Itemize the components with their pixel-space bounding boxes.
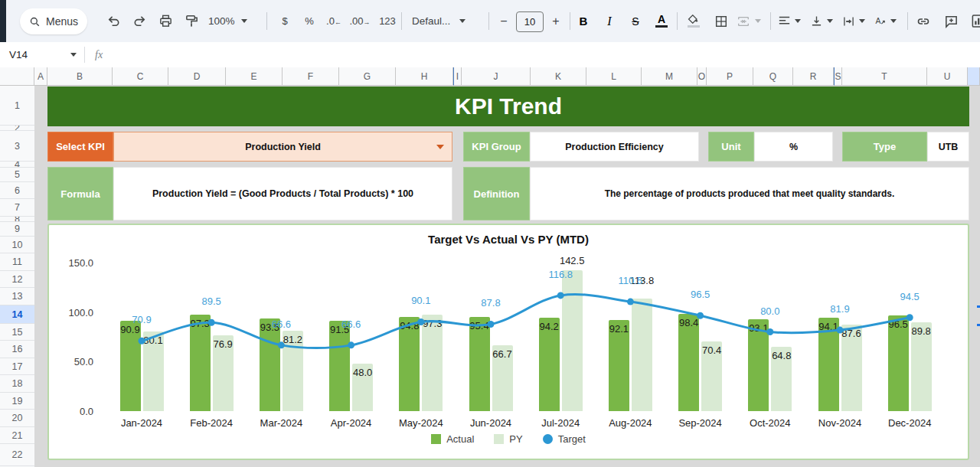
row-header-18[interactable]: 18	[0, 375, 34, 393]
column-header-D[interactable]: D	[168, 67, 226, 86]
column-header-K[interactable]: K	[531, 67, 586, 86]
undo-button[interactable]	[103, 0, 124, 42]
definition-value[interactable]: The percentage of products produced that…	[530, 167, 969, 220]
strikethrough-button[interactable]: S	[625, 0, 646, 42]
formula-bar[interactable]	[0, 42, 980, 68]
row-header-11[interactable]: 11	[0, 253, 34, 271]
unit-label[interactable]: Unit	[708, 132, 754, 162]
select-kpi-label[interactable]: Select KPI	[47, 132, 113, 162]
row-header-15[interactable]: 15	[0, 324, 34, 341]
column-header-R[interactable]: R	[793, 67, 834, 86]
row-header-8[interactable]: 8	[0, 217, 34, 222]
format-currency-button[interactable]: $	[274, 0, 296, 42]
formula-label[interactable]: Formula	[47, 167, 113, 220]
column-header-G[interactable]: G	[339, 67, 396, 86]
column-header-J[interactable]: J	[462, 67, 531, 86]
print-button[interactable]	[155, 0, 176, 42]
row-header-7[interactable]: 7	[0, 199, 34, 217]
row-header-12[interactable]: 12	[0, 271, 34, 288]
font-selector[interactable]: Defaul...	[412, 0, 466, 42]
column-header-P[interactable]: P	[707, 67, 753, 86]
column-header-Q[interactable]: Q	[753, 67, 793, 86]
row-header-1[interactable]: 1	[0, 86, 34, 126]
formula-value[interactable]: Production Yield = (Good Products / Tota…	[113, 167, 452, 220]
column-header-I[interactable]: I	[453, 67, 462, 86]
name-box-caret-icon[interactable]	[70, 53, 77, 57]
row-header-22[interactable]: 22	[0, 444, 34, 466]
kpi-trend-chart[interactable]: Target Vs Actual Vs PY (MTD) 150.0100.05…	[47, 224, 969, 460]
insert-chart-button[interactable]	[968, 0, 980, 42]
column-header-H[interactable]: H	[396, 67, 453, 86]
merge-cells-button[interactable]	[737, 0, 761, 42]
row-header-3[interactable]: 3	[0, 131, 34, 162]
paint-format-button[interactable]	[181, 0, 202, 42]
row-header-21[interactable]: 21	[0, 427, 34, 444]
decrease-decimal-button[interactable]: .0←	[323, 0, 345, 42]
fill-color-button[interactable]	[683, 0, 704, 42]
column-header-L[interactable]: L	[586, 67, 642, 86]
sheet-canvas[interactable]: KPI Trend Select KPI Production Yield KP…	[34, 86, 980, 467]
column-header-A[interactable]: A	[34, 67, 47, 86]
grid-corner[interactable]	[0, 67, 34, 86]
column-header-S[interactable]: S	[834, 67, 842, 86]
insert-link-button[interactable]	[913, 0, 934, 42]
horizontal-align-button[interactable]	[778, 0, 801, 42]
italic-button[interactable]: I	[599, 0, 620, 42]
row-header-2[interactable]: 2	[0, 126, 34, 131]
row-header-9[interactable]: 9	[0, 222, 34, 237]
row-header-4[interactable]: 4	[0, 162, 34, 168]
column-header-B[interactable]: B	[47, 67, 113, 86]
column-header-O[interactable]: O	[697, 67, 707, 86]
type-value[interactable]: UTB	[927, 132, 969, 162]
format-percent-button[interactable]: %	[299, 0, 320, 42]
toolbar: Menus	[0, 0, 980, 42]
name-box[interactable]: V14	[0, 42, 80, 67]
kpi-group-label[interactable]: KPI Group	[463, 132, 530, 162]
number-format-button[interactable]: 123	[377, 0, 398, 42]
column-header-M[interactable]: M	[642, 67, 697, 86]
row-header-10[interactable]: 10	[0, 237, 34, 253]
increase-font-size-button[interactable]: +	[545, 0, 567, 42]
decrease-font-size-button[interactable]: −	[493, 0, 514, 42]
increase-decimal-button[interactable]: .00→	[349, 0, 371, 42]
row-header-14[interactable]: 14	[0, 305, 34, 324]
column-header-F[interactable]: F	[283, 67, 339, 86]
zoom-control[interactable]: 100%	[208, 0, 247, 42]
target-point	[766, 328, 773, 335]
font-size-value: 10	[524, 16, 535, 28]
strikethrough-icon: S	[632, 15, 639, 28]
text-wrap-button[interactable]	[842, 0, 865, 42]
bold-button[interactable]: B	[573, 0, 594, 42]
chart-target-line	[49, 225, 968, 459]
row-header-13[interactable]: 13	[0, 288, 34, 305]
redo-button[interactable]	[129, 0, 150, 42]
column-header-E[interactable]: E	[226, 67, 283, 86]
unit-value[interactable]: %	[754, 132, 833, 162]
text-rotation-button[interactable]: A	[873, 0, 897, 42]
borders-button[interactable]	[710, 0, 732, 42]
definition-label[interactable]: Definition	[463, 167, 530, 220]
row-header-5[interactable]: 5	[0, 168, 34, 182]
target-point	[417, 318, 424, 325]
target-data-label: 110.5	[619, 275, 643, 286]
insert-comment-button[interactable]	[940, 0, 962, 42]
column-header-v-sliver[interactable]	[968, 67, 980, 86]
kpi-group-value[interactable]: Production Efficiency	[530, 132, 699, 162]
menus-button[interactable]: Menus	[20, 8, 87, 34]
target-line-path	[142, 294, 910, 348]
row-header-20[interactable]: 20	[0, 410, 34, 427]
row-header-17[interactable]: 17	[0, 358, 34, 375]
dashboard-title-banner[interactable]: KPI Trend	[47, 87, 969, 126]
kpi-dropdown[interactable]: Production Yield	[113, 132, 452, 162]
column-header-U[interactable]: U	[927, 67, 968, 86]
column-header-C[interactable]: C	[113, 67, 168, 86]
row-header-16[interactable]: 16	[0, 341, 34, 358]
font-size-input[interactable]: 10	[516, 11, 544, 32]
row-header-19[interactable]: 19	[0, 393, 34, 410]
type-label[interactable]: Type	[842, 132, 927, 162]
column-header-T[interactable]: T	[842, 67, 927, 86]
vertical-align-button[interactable]	[810, 0, 833, 42]
row-header-6[interactable]: 6	[0, 182, 34, 199]
redo-icon	[132, 14, 147, 28]
text-color-button[interactable]: A	[651, 0, 672, 42]
